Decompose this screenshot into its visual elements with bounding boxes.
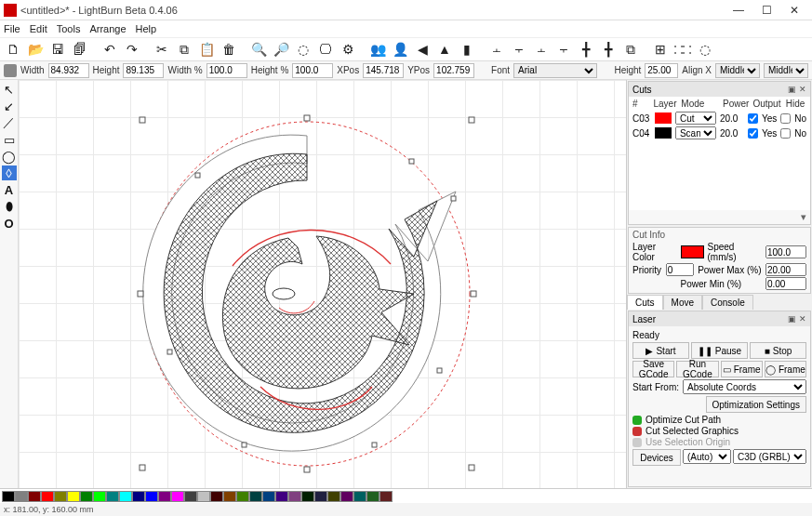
color-swatch[interactable] [171,491,184,502]
node-tool-icon[interactable]: ↙ [2,99,17,113]
color-swatch[interactable] [67,491,80,502]
marker-tool-icon[interactable]: ⬮ [2,199,17,214]
menu-arrange[interactable]: Arrange [89,23,126,34]
row-hide-check[interactable] [780,128,791,139]
optsettings-button[interactable]: Optimization Settings [706,396,807,413]
line-tool-icon[interactable]: ／ [2,115,17,130]
row-output-check[interactable] [748,113,758,124]
tab-move[interactable]: Move [663,295,702,310]
color-swatch[interactable] [119,491,132,502]
dots-icon[interactable]: ⸬⸬ [673,40,692,59]
width-input[interactable] [48,63,89,78]
height-input[interactable] [123,63,164,78]
alignx-select[interactable]: Middle [715,63,760,78]
maximize-button[interactable]: ☐ [752,1,780,20]
color-swatch[interactable] [132,491,145,502]
undo-icon[interactable]: ↶ [100,40,119,59]
menu-edit[interactable]: Edit [30,23,47,34]
cuts-row[interactable]: C03 Cut 20.0 Yes No [629,111,810,126]
send-icon[interactable]: ◀ [413,40,432,59]
canvas[interactable] [19,80,626,488]
fontheight-input[interactable] [645,63,678,78]
start-button[interactable]: ▶Start [632,342,689,359]
laser-panel-controls[interactable]: ▣ ✕ [788,314,806,324]
import-icon[interactable]: 🗐 [71,40,89,59]
copy-icon[interactable]: ⧉ [175,40,193,59]
color-swatch[interactable] [145,491,158,502]
rect-tool-icon[interactable]: ▭ [2,132,17,147]
rungcode-button[interactable]: Run GCode [676,361,718,377]
color-swatch[interactable] [353,491,366,502]
tab-console[interactable]: Console [702,295,753,310]
color-swatch[interactable] [379,491,393,502]
color-swatch[interactable] [236,491,249,502]
color-swatch[interactable] [249,491,262,502]
color-swatch[interactable] [262,491,275,502]
color-swatch[interactable] [223,491,236,502]
color-swatch[interactable] [2,491,15,502]
layercolor-swatch[interactable] [681,245,703,258]
pmin-input[interactable] [765,277,806,290]
row-hide-check[interactable] [780,113,791,124]
color-swatch[interactable] [106,491,119,502]
port-select[interactable]: (Auto) [683,449,731,464]
cutsel-toggle[interactable] [632,427,642,436]
devices-button[interactable]: Devices [632,449,681,466]
color-swatch[interactable] [288,491,301,502]
tab-cuts[interactable]: Cuts [627,295,663,310]
menu-tools[interactable]: Tools [57,23,81,34]
color-swatch[interactable] [327,491,340,502]
preview-icon[interactable]: 🖵 [316,40,335,59]
paste-icon[interactable]: 📋 [197,40,216,59]
startfrom-select[interactable]: Absolute Coords [683,379,806,394]
heightpct-input[interactable] [292,63,333,78]
zoomin-icon[interactable]: 🔍 [249,40,268,59]
cut-icon[interactable]: ✂ [153,40,171,59]
color-swatch[interactable] [28,491,41,502]
oframe-button[interactable]: ◯Frame [765,361,806,377]
ypos-input[interactable] [433,63,474,78]
color-swatch[interactable] [340,491,353,502]
zoomselect-icon[interactable]: ◌ [294,40,313,59]
color-swatch[interactable] [366,491,379,502]
group-icon[interactable]: 👥 [368,40,387,59]
row-output-check[interactable] [748,128,758,139]
menu-help[interactable]: Help [136,23,157,34]
align-center-icon[interactable]: ╋ [577,40,595,59]
text-tool-icon[interactable]: A [2,182,17,197]
artwork-selection[interactable] [130,108,484,480]
row-mode-select[interactable]: Scan [675,126,716,139]
row-mode-select[interactable]: Cut [675,112,716,125]
cuts-row[interactable]: C04 Scan 20.0 Yes No [629,126,810,140]
cuts-panel-controls[interactable]: ▣ ✕ [788,85,806,94]
polygon-tool-icon[interactable]: ◊ [2,165,17,180]
color-swatch[interactable] [210,491,223,502]
lock-icon[interactable] [4,64,17,77]
color-swatch[interactable] [41,491,54,502]
settings-icon[interactable]: ⚙ [339,40,357,59]
distribute-icon[interactable]: ⧉ [621,40,640,59]
align-middle-icon[interactable]: ╋ [599,40,618,59]
ungroup-icon[interactable]: 👤 [391,40,409,59]
select-tool-icon[interactable]: ↖ [2,82,17,97]
xpos-input[interactable] [363,63,404,78]
align-top-icon[interactable]: ⫠ [532,40,551,59]
color-swatch[interactable] [197,491,210,502]
align-left-icon[interactable]: ⫠ [487,40,506,59]
font-select[interactable]: Arial [513,63,597,78]
mirror-v-icon[interactable]: ▮ [458,40,476,59]
pmax-input[interactable] [765,263,806,276]
device-select[interactable]: C3D (GRBL) [733,449,806,464]
zoomout-icon[interactable]: 🔎 [272,40,290,59]
circle-icon[interactable]: ◌ [696,40,714,59]
grid-icon[interactable]: ⊞ [651,40,670,59]
savegcode-button[interactable]: Save GCode [632,361,674,377]
row-color-swatch[interactable] [655,112,672,124]
speed-input[interactable] [765,245,806,258]
cuts-expand-icon[interactable]: ▾ [629,210,810,224]
row-color-swatch[interactable] [655,127,672,139]
save-icon[interactable]: 🖫 [48,40,67,59]
close-button[interactable]: ✕ [780,1,808,20]
widthpct-input[interactable] [206,63,247,78]
color-swatch[interactable] [15,491,28,502]
